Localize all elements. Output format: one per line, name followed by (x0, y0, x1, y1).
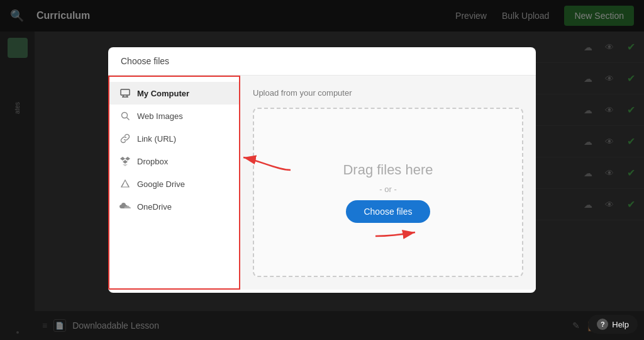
help-label: Help (612, 320, 629, 329)
onedrive-icon (119, 201, 131, 212)
svg-marker-7 (125, 157, 130, 161)
modal-title: Choose files (121, 56, 169, 66)
help-icon: ? (597, 319, 608, 330)
search-icon (119, 110, 131, 122)
web-images-label: Web Images (137, 111, 183, 121)
monitor-icon (119, 88, 131, 99)
svg-marker-9 (123, 164, 128, 166)
modal-header: Choose files (108, 47, 536, 76)
svg-rect-0 (121, 89, 130, 95)
modal-body: My Computer Web Images (108, 76, 536, 290)
onedrive-label: OneDrive (137, 202, 172, 212)
sidebar-item-link-url[interactable]: Link (URL) (109, 127, 239, 150)
link-icon (119, 133, 131, 144)
or-label: - or - (379, 184, 396, 194)
sidebar-item-onedrive[interactable]: OneDrive (109, 195, 239, 218)
modal-overlay: Choose files My Computer (0, 0, 644, 340)
gdrive-icon (119, 178, 131, 190)
svg-line-5 (126, 117, 129, 120)
dropbox-label: Dropbox (137, 157, 168, 166)
drag-text: Drag files here (343, 162, 433, 178)
sidebar-item-my-computer[interactable]: My Computer (109, 82, 239, 105)
help-button[interactable]: ? Help (588, 315, 638, 334)
sidebar-item-dropbox[interactable]: Dropbox (109, 150, 239, 173)
choose-files-button[interactable]: Choose files (346, 200, 430, 223)
modal-sidebar: My Computer Web Images (108, 76, 240, 290)
sidebar-item-google-drive[interactable]: Google Drive (109, 173, 239, 195)
dropbox-icon (119, 156, 131, 167)
sidebar-item-web-images[interactable]: Web Images (109, 105, 239, 127)
svg-point-4 (121, 112, 127, 118)
dropzone[interactable]: Drag files here - or - Choose files (253, 108, 523, 277)
modal-upload-area: Upload from your computer Drag files her… (240, 76, 536, 290)
svg-marker-6 (120, 157, 125, 161)
link-url-label: Link (URL) (137, 134, 176, 144)
google-drive-label: Google Drive (137, 179, 185, 189)
upload-from-title: Upload from your computer (253, 88, 523, 98)
svg-marker-8 (123, 160, 128, 164)
file-chooser-modal: Choose files My Computer (108, 47, 536, 293)
my-computer-label: My Computer (137, 89, 189, 98)
